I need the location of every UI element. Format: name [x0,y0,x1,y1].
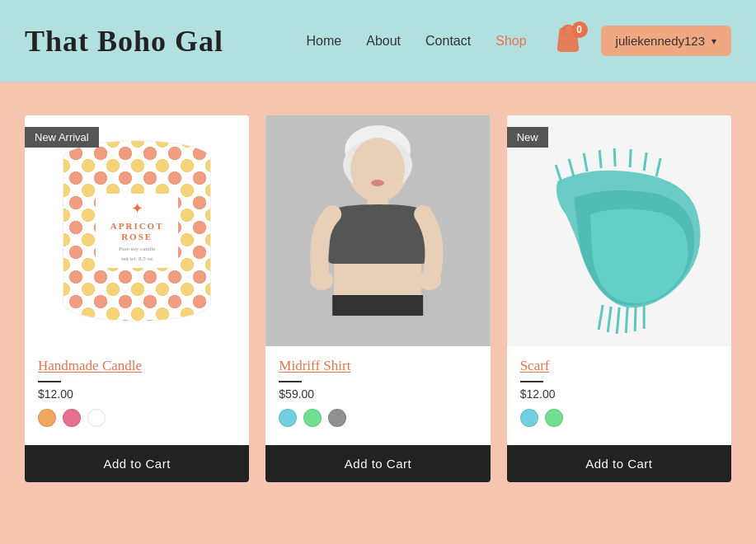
scarf-figure-svg [507,115,731,346]
color-options-scarf [520,409,718,427]
product-price-shirt: $59.00 [279,387,477,401]
shirt-image [265,115,490,346]
main-content: New Arrival ✦ APRICOT ROSE Pure soy cand… [0,82,756,544]
product-info-candle: Handmade Candle $12.00 [25,346,249,445]
user-menu-button[interactable]: juliekennedy123 ▾ [601,26,731,56]
product-divider-candle [38,381,61,382]
add-to-cart-scarf[interactable]: Add to Cart [507,445,731,482]
header: That Boho Gal Home About Contact Shop 0 … [0,0,756,82]
product-name-scarf[interactable]: Scarf [520,358,718,374]
product-image-shirt [265,115,490,346]
color-option-white[interactable] [87,409,106,427]
cart-count: 0 [571,21,588,38]
color-option-pink[interactable] [63,409,81,427]
product-name-candle[interactable]: Handmade Candle [38,358,236,374]
color-option-teal[interactable] [279,409,297,427]
products-grid: New Arrival ✦ APRICOT ROSE Pure soy cand… [25,115,731,482]
add-to-cart-shirt[interactable]: Add to Cart [265,445,490,482]
color-options-candle [38,409,236,427]
svg-point-4 [350,138,405,200]
color-option-orange[interactable] [38,409,56,427]
color-option-green[interactable] [303,409,322,427]
svg-line-15 [626,307,627,333]
product-badge-candle: New Arrival [25,127,99,148]
user-label: juliekennedy123 [616,34,705,48]
product-price-scarf: $12.00 [520,387,718,401]
svg-point-9 [310,270,333,290]
nav-contact[interactable]: Contact [425,34,471,49]
scarf-image [507,115,731,346]
svg-line-21 [599,150,601,168]
product-info-scarf: Scarf $12.00 [507,346,731,445]
product-card-candle: New Arrival ✦ APRICOT ROSE Pure soy cand… [25,115,249,482]
shirt-figure-svg [265,115,490,346]
product-divider-scarf [520,381,543,382]
product-name-shirt[interactable]: Midriff Shirt [279,358,477,374]
nav-shop[interactable]: Shop [495,34,526,49]
svg-rect-8 [332,295,423,316]
nav-home[interactable]: Home [307,34,342,49]
svg-line-22 [614,148,615,166]
main-nav: Home About Contact Shop [307,34,527,49]
nav-about[interactable]: About [366,34,401,49]
candle-image: ✦ APRICOT ROSE Pure soy candle net wt. 8… [25,115,249,346]
product-divider-shirt [279,381,302,382]
product-image-candle: New Arrival ✦ APRICOT ROSE Pure soy cand… [25,115,249,346]
svg-line-23 [630,149,631,167]
svg-line-16 [635,305,636,331]
product-badge-scarf: New [507,127,548,148]
color-options-shirt [279,409,477,427]
svg-point-10 [418,270,441,290]
product-card-scarf: New [507,115,731,482]
chevron-down-icon: ▾ [711,35,716,47]
product-price-candle: $12.00 [38,387,236,401]
cart-button[interactable]: 0 [552,23,585,59]
product-card-shirt: Midriff Shirt $59.00 Add to Cart [265,115,490,482]
product-info-shirt: Midriff Shirt $59.00 [265,346,490,445]
add-to-cart-candle[interactable]: Add to Cart [25,445,249,482]
color-option-gray[interactable] [328,409,346,427]
product-image-scarf: New [507,115,731,346]
svg-point-5 [371,180,384,186]
site-title: That Boho Gal [25,24,223,59]
svg-rect-7 [334,264,421,297]
color-option-teal[interactable] [520,409,538,427]
color-option-green[interactable] [545,409,563,427]
